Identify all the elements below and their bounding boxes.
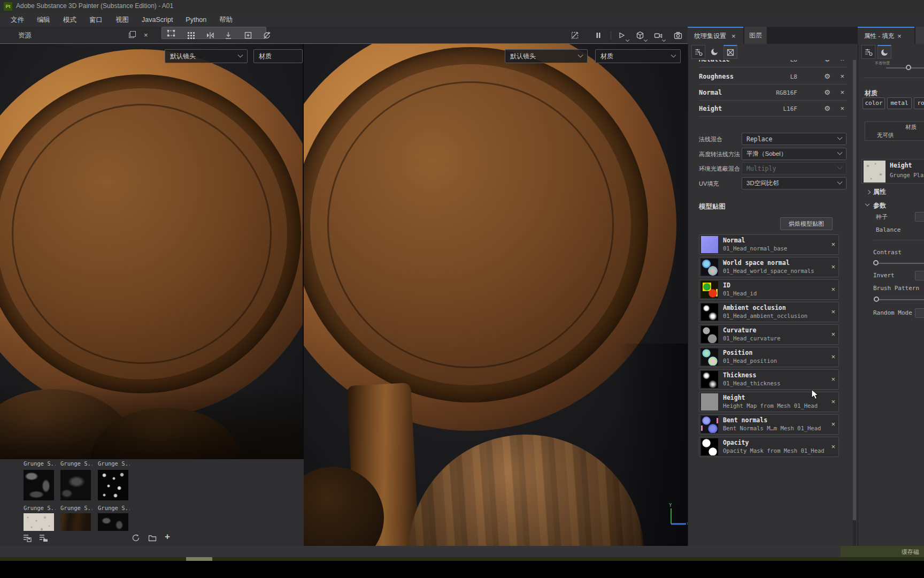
display-mode-button[interactable] bbox=[615, 28, 629, 42]
mesh-map-row-curvature[interactable]: Curvature 01_Head_curvature × bbox=[699, 324, 839, 345]
mode-button-metal[interactable]: metal bbox=[887, 97, 912, 109]
mesh-map-row-opacity[interactable]: Opacity Opacity Mask from Mesh 01_Head × bbox=[699, 437, 839, 457]
open-folder-button[interactable] bbox=[148, 533, 157, 545]
asset-thumbnail[interactable] bbox=[98, 470, 128, 500]
remove-channel-icon[interactable]: × bbox=[840, 105, 844, 112]
contrast-slider-knob[interactable] bbox=[873, 260, 879, 265]
channel-row-normal[interactable]: Normal RGB16F ⚙ × bbox=[699, 85, 846, 101]
tab-texture-set-settings[interactable]: 纹理集设置 × bbox=[688, 27, 743, 44]
scrollbar-thumb[interactable] bbox=[853, 60, 856, 520]
menu-python[interactable]: Python bbox=[179, 13, 213, 27]
view-mode-select-right[interactable]: 材质 bbox=[595, 49, 681, 63]
remove-channel-icon[interactable]: × bbox=[840, 73, 844, 80]
asset-thumbnail[interactable] bbox=[24, 513, 54, 531]
channel-settings-icon[interactable]: ⚙ bbox=[824, 72, 830, 80]
subtab-material[interactable] bbox=[877, 45, 891, 59]
resources-panel-tab[interactable]: 资源 bbox=[18, 31, 32, 40]
subtab-properties[interactable] bbox=[861, 45, 875, 59]
remove-map-icon[interactable]: × bbox=[831, 308, 835, 315]
remove-map-icon[interactable]: × bbox=[831, 241, 835, 248]
dock-down-tool[interactable] bbox=[221, 28, 235, 42]
pause-engine-button[interactable] bbox=[591, 28, 605, 42]
remove-map-icon[interactable]: × bbox=[831, 353, 835, 360]
remove-map-icon[interactable]: × bbox=[831, 421, 835, 428]
geometry-mode-button[interactable] bbox=[633, 28, 647, 42]
opacity-slider-knob[interactable] bbox=[906, 65, 911, 70]
contrast-slider-track[interactable] bbox=[876, 263, 924, 264]
channel-settings-icon[interactable]: ⚙ bbox=[824, 104, 830, 112]
viewport-right[interactable]: 默认镜头 材质 bbox=[304, 44, 688, 546]
mode-button-rough[interactable]: rough bbox=[914, 97, 924, 109]
camera-select-right[interactable]: 默认镜头 bbox=[505, 49, 588, 63]
remove-map-icon[interactable]: × bbox=[831, 398, 835, 405]
mesh-map-row-bent-normals[interactable]: Bent normals Bent Normals M…m Mesh 01_He… bbox=[699, 414, 839, 435]
subtab-shader[interactable] bbox=[707, 45, 721, 59]
material-dropzone[interactable]: 材质 无可供 bbox=[865, 121, 924, 141]
asset-thumbnail[interactable] bbox=[98, 513, 128, 531]
brush-pattern-slider-track[interactable] bbox=[877, 299, 924, 300]
height-to-normal-select[interactable]: 平滑（Sobel） bbox=[742, 148, 846, 160]
subtab-settings[interactable] bbox=[691, 45, 705, 59]
close-tab-icon[interactable]: × bbox=[732, 33, 736, 40]
close-tab-icon[interactable]: × bbox=[897, 33, 902, 40]
add-frame-tool[interactable] bbox=[241, 28, 255, 42]
remove-map-icon[interactable]: × bbox=[831, 331, 835, 338]
tab-properties-fill[interactable]: 属性 - 填充 × bbox=[858, 27, 914, 44]
channel-format[interactable]: RGB16F bbox=[776, 89, 797, 96]
asset-thumbnail[interactable] bbox=[60, 513, 91, 531]
channel-format[interactable]: L8 bbox=[790, 73, 797, 80]
mesh-map-row-id[interactable]: ID 01_Head_id × bbox=[699, 279, 839, 300]
projection-off-tool[interactable] bbox=[568, 28, 582, 42]
grid-view-tool[interactable] bbox=[184, 28, 198, 42]
channel-row-height[interactable]: Height L16F ⚙ × bbox=[699, 101, 846, 117]
random-mode-field[interactable] bbox=[915, 308, 924, 318]
menu-help[interactable]: 帮助 bbox=[213, 13, 239, 27]
mesh-map-row-normal[interactable]: Normal 01_Head_normal_base × bbox=[699, 234, 839, 255]
menu-view[interactable]: 视图 bbox=[109, 13, 135, 27]
viewport-left[interactable]: 默认镜头 材质 bbox=[0, 44, 303, 459]
channel-settings-icon[interactable]: ⚙ bbox=[824, 88, 830, 96]
remove-map-icon[interactable]: × bbox=[831, 376, 835, 383]
view-mode-select-left[interactable]: 材质 bbox=[253, 49, 303, 63]
section-properties[interactable]: 属性 bbox=[873, 187, 886, 196]
remove-map-icon[interactable]: × bbox=[831, 286, 835, 293]
close-resources-icon[interactable]: × bbox=[144, 32, 148, 39]
screenshot-button[interactable] bbox=[671, 28, 685, 42]
seed-field[interactable] bbox=[915, 212, 924, 222]
remove-map-icon[interactable]: × bbox=[831, 263, 835, 270]
fill-source-slot[interactable]: Height Grunge Plast bbox=[861, 159, 924, 184]
mode-button-color[interactable]: color bbox=[863, 97, 885, 109]
list-folder-button[interactable] bbox=[38, 533, 48, 545]
mesh-map-row-ambient-occlusion[interactable]: Ambient occlusion 01_Head_ambient_occlus… bbox=[699, 302, 839, 322]
tab-partial[interactable] bbox=[915, 27, 924, 44]
camera-mode-button[interactable] bbox=[651, 28, 665, 42]
section-parameters[interactable]: 参数 bbox=[873, 201, 886, 210]
menu-edit[interactable]: 编辑 bbox=[30, 13, 57, 27]
remove-channel-icon[interactable]: × bbox=[840, 89, 844, 96]
menu-mode[interactable]: 模式 bbox=[57, 13, 83, 27]
channel-row-roughness[interactable]: Roughness L8 ⚙ × bbox=[699, 69, 846, 85]
tab-layers[interactable]: 图层 bbox=[744, 27, 767, 44]
channel-format[interactable]: L16F bbox=[783, 105, 798, 112]
float-panel-icon[interactable] bbox=[129, 33, 134, 38]
refresh-button[interactable] bbox=[131, 533, 141, 545]
normal-mixing-select[interactable]: Replace bbox=[742, 133, 846, 145]
asset-thumbnail[interactable] bbox=[24, 470, 54, 500]
remove-map-icon[interactable]: × bbox=[831, 443, 835, 450]
uv-padding-select[interactable]: 3D空间比邻 bbox=[742, 177, 846, 189]
asset-thumbnail[interactable] bbox=[60, 470, 91, 500]
opacity-slider-track[interactable] bbox=[886, 67, 924, 69]
mesh-map-row-position[interactable]: Position 01_Head_position × bbox=[699, 347, 839, 367]
menu-javascript[interactable]: JavaScript bbox=[135, 13, 179, 27]
mirror-view-tool[interactable] bbox=[203, 28, 217, 42]
menu-file[interactable]: 文件 bbox=[4, 13, 30, 27]
invert-field[interactable] bbox=[915, 271, 924, 280]
bake-mesh-maps-button[interactable]: 烘焙模型贴图 bbox=[780, 217, 833, 230]
mesh-map-row-thickness[interactable]: Thickness 01_Head_thickness × bbox=[699, 369, 839, 390]
subtab-mesh[interactable] bbox=[723, 45, 737, 59]
add-resource-button[interactable]: + bbox=[165, 531, 170, 542]
auto-reload-tool[interactable] bbox=[260, 28, 274, 42]
brush-pattern-slider-knob[interactable] bbox=[874, 296, 879, 302]
mesh-map-row-world-space-normal[interactable]: World space normal 01_Head_world_space_n… bbox=[699, 257, 839, 277]
camera-select-left[interactable]: 默认镜头 bbox=[165, 49, 248, 63]
